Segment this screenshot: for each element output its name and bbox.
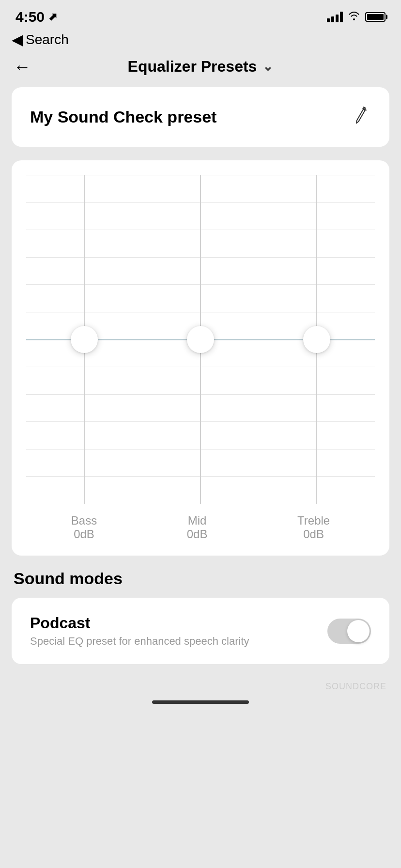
podcast-label: Podcast [30,614,327,632]
preset-name-card: My Sound Check preset [12,87,389,147]
podcast-card: Podcast Special EQ preset for enhanced s… [12,598,389,664]
podcast-description: Special EQ preset for enhanced speech cl… [30,635,327,648]
brand-label: SOUNDCORE [325,682,386,691]
podcast-toggle-row: Podcast Special EQ preset for enhanced s… [12,598,389,664]
eq-center-line [26,339,375,340]
preset-name: My Sound Check preset [30,108,216,126]
home-bar [152,700,249,704]
sound-modes-title: Sound modes [14,569,387,588]
toggle-knob [347,620,370,642]
time-text: 4:50 [15,9,45,25]
brand-text: SOUNDCORE [0,678,401,692]
location-icon: ⬈ [48,11,57,23]
podcast-label-group: Podcast Special EQ preset for enhanced s… [30,614,327,648]
status-bar: 4:50 ⬈ [0,0,401,29]
podcast-toggle[interactable] [327,619,371,644]
status-time: 4:50 ⬈ [15,9,57,25]
battery-icon [365,12,386,22]
eq-labels: Bass 0dB Mid 0dB Treble 0dB [26,504,375,541]
page-header: ← Equalizer Presets ⌄ [0,53,401,87]
back-label: Search [26,32,69,47]
eq-grid [26,175,375,504]
status-icons [327,11,386,23]
chevron-down-icon[interactable]: ⌄ [262,59,273,74]
wifi-icon [348,11,360,23]
back-button[interactable]: ← [14,57,31,77]
nav-back[interactable]: ◀ Search [0,29,401,53]
back-arrow-nav[interactable]: ◀ Search [12,31,69,48]
home-indicator [0,692,401,709]
page-title: Equalizer Presets [128,58,257,76]
eq-card: Bass 0dB Mid 0dB Treble 0dB [12,160,389,556]
eq-label-treble: Treble 0dB [297,514,330,541]
signal-icon [327,12,343,22]
header-title-group[interactable]: Equalizer Presets ⌄ [128,58,274,76]
eq-label-mid: Mid 0dB [187,514,208,541]
eq-label-bass: Bass 0dB [71,514,97,541]
edit-icon[interactable] [350,104,374,130]
